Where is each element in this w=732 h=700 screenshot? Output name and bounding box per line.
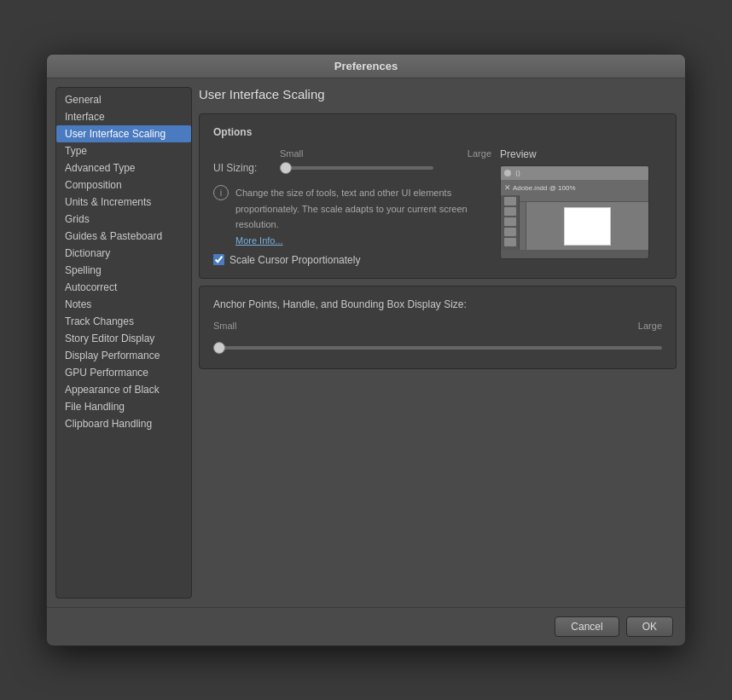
sidebar-item-grids[interactable]: Grids <box>56 211 191 228</box>
tool-icon-3 <box>504 217 516 226</box>
preview-close-dot <box>504 170 511 176</box>
preview-canvas <box>526 202 648 250</box>
slider-max-label: Large <box>468 148 491 159</box>
ok-button[interactable]: OK <box>626 616 673 637</box>
tool-icon-5 <box>504 238 516 246</box>
anchor-max-label: Large <box>638 321 662 331</box>
preview-tab-bar: ✕ Adobe.indd @ 100% <box>501 180 648 195</box>
anchor-panel: Anchor Points, Handle, and Bounding Box … <box>199 286 677 369</box>
sidebar-item-general[interactable]: General <box>56 91 191 108</box>
preferences-dialog: Preferences GeneralInterfaceUser Interfa… <box>46 54 686 646</box>
options-heading: Options <box>213 126 662 138</box>
slider-min-label: Small <box>280 148 304 159</box>
preview-tools <box>501 195 520 250</box>
sidebar-item-gpu-performance[interactable]: GPU Performance <box>56 364 191 381</box>
info-text-block: Change the size of tools, text and other… <box>235 184 491 246</box>
preview-title: Preview <box>500 148 662 160</box>
slider-range-labels: Small Large <box>213 148 491 159</box>
preview-workspace <box>501 195 648 250</box>
sidebar-item-advanced-type[interactable]: Advanced Type <box>56 159 191 176</box>
anchor-sizing-slider[interactable] <box>213 346 662 350</box>
preview-titlebar: ⟨⟩ <box>501 166 648 180</box>
sidebar-item-guides-&-pasteboard[interactable]: Guides & Pasteboard <box>56 228 191 245</box>
sidebar-item-dictionary[interactable]: Dictionary <box>56 245 191 262</box>
sidebar-item-display-performance[interactable]: Display Performance <box>56 347 191 364</box>
sidebar-item-clipboard-handling[interactable]: Clipboard Handling <box>56 415 191 432</box>
dialog-footer: Cancel OK <box>47 607 685 645</box>
sidebar-item-autocorrect[interactable]: Autocorrect <box>56 279 191 296</box>
options-left: Small Large UI Sizing: i <box>213 148 491 266</box>
more-info-link[interactable]: More Info... <box>235 235 491 246</box>
horizontal-ruler <box>520 195 648 202</box>
preview-box: Preview ⟨⟩ ✕ Adobe.indd @ 1 <box>500 148 662 266</box>
preview-page <box>564 207 611 246</box>
ui-sizing-label: UI Sizing: <box>213 162 273 174</box>
vertical-ruler <box>520 202 526 250</box>
canvas-with-ruler <box>520 202 648 250</box>
anchor-slider-range-labels: Small Large <box>213 321 662 331</box>
options-content: Small Large UI Sizing: i <box>213 148 662 266</box>
dialog-title: Preferences <box>334 60 398 72</box>
info-box: i Change the size of tools, text and oth… <box>213 184 491 246</box>
sidebar-item-notes[interactable]: Notes <box>56 296 191 313</box>
anchor-title: Anchor Points, Handle, and Bounding Box … <box>213 298 662 310</box>
scale-cursor-label: Scale Cursor Proportionately <box>229 254 360 266</box>
tool-icon-1 <box>504 197 516 205</box>
canvas-area <box>520 195 648 250</box>
sidebar-item-file-handling[interactable]: File Handling <box>56 398 191 415</box>
sidebar-item-user-interface-scaling[interactable]: User Interface Scaling <box>56 125 191 142</box>
sidebar-item-type[interactable]: Type <box>56 142 191 159</box>
sidebar-item-units-&-increments[interactable]: Units & Increments <box>56 194 191 211</box>
tool-icon-2 <box>504 207 516 216</box>
info-icon: i <box>213 185 229 200</box>
sidebar-item-composition[interactable]: Composition <box>56 176 191 194</box>
page-title: User Interface Scaling <box>199 87 677 101</box>
info-text: Change the size of tools, text and other… <box>235 188 468 229</box>
ui-sizing-row: UI Sizing: <box>213 162 491 174</box>
dialog-body: GeneralInterfaceUser Interface ScalingTy… <box>47 78 685 607</box>
sidebar-item-track-changes[interactable]: Track Changes <box>56 313 191 330</box>
cancel-button[interactable]: Cancel <box>555 616 619 637</box>
preview-tab-close: ✕ <box>504 183 511 192</box>
scale-cursor-row: Scale Cursor Proportionately <box>213 254 491 266</box>
tool-icon-4 <box>504 228 516 236</box>
sidebar-item-appearance-of-black[interactable]: Appearance of Black <box>56 381 191 398</box>
scale-cursor-checkbox[interactable] <box>213 254 224 265</box>
sidebar-item-story-editor-display[interactable]: Story Editor Display <box>56 330 191 347</box>
anchor-slider-row <box>213 334 662 356</box>
ui-sizing-slider[interactable] <box>280 166 433 170</box>
dialog-titlebar: Preferences <box>47 55 685 78</box>
anchor-min-label: Small <box>213 321 237 331</box>
dialog-backdrop: Preferences GeneralInterfaceUser Interfa… <box>0 0 732 700</box>
preview-arrows: ⟨⟩ <box>515 170 520 177</box>
options-panel: Options Small Large UI Sizing: <box>199 113 677 279</box>
preview-tab-label: Adobe.indd @ 100% <box>513 184 576 192</box>
sidebar-item-spelling[interactable]: Spelling <box>56 262 191 279</box>
main-content: User Interface Scaling Options Small Lar… <box>199 87 677 599</box>
sidebar: GeneralInterfaceUser Interface ScalingTy… <box>55 87 192 599</box>
sidebar-item-interface[interactable]: Interface <box>56 108 191 125</box>
preview-window: ⟨⟩ ✕ Adobe.indd @ 100% <box>500 165 649 259</box>
